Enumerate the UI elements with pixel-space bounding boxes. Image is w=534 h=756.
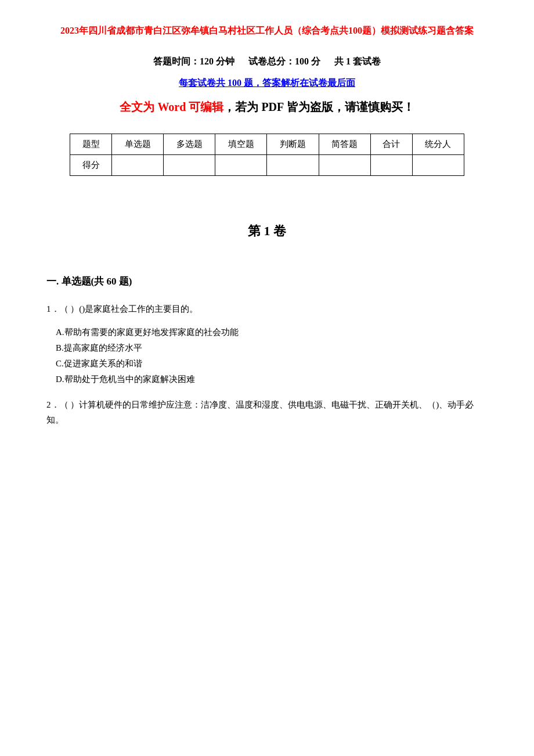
score-judge <box>267 154 319 175</box>
meta-info: 答题时间：120 分钟 试卷总分：100 分 共 1 套试卷 <box>46 56 488 68</box>
col-type: 题型 <box>70 134 112 154</box>
option-1c: C.促进家庭关系的和谐 <box>56 356 488 372</box>
score-table: 题型 单选题 多选题 填空题 判断题 简答题 合计 统分人 得分 <box>70 134 464 176</box>
col-short: 简答题 <box>319 134 370 154</box>
col-judge: 判断题 <box>267 134 319 154</box>
col-fill: 填空题 <box>215 134 267 154</box>
col-single: 单选题 <box>112 134 164 154</box>
question-1-text: 1．（ ）()是家庭社会工作的主要目的。 <box>46 304 198 314</box>
question-2: 2．（ ）计算机硬件的日常维护应注意：洁净度、温度和湿度、供电电源、电磁干扰、正… <box>46 398 488 427</box>
question-1-options: A.帮助有需要的家庭更好地发挥家庭的社会功能 B.提高家庭的经济水平 C.促进家… <box>56 325 488 387</box>
question-2-text: 2．（ ）计算机硬件的日常维护应注意：洁净度、温度和湿度、供电电源、电磁干扰、正… <box>46 400 474 424</box>
score-total <box>370 154 412 175</box>
score-short <box>319 154 370 175</box>
score-grader <box>412 154 464 175</box>
option-1d: D.帮助处于危机当中的家庭解决困难 <box>56 372 488 387</box>
title-section: 2023年四川省成都市青白江区弥牟镇白马村社区工作人员（综合考点共100题）模拟… <box>46 23 488 38</box>
notice-text1: 每套试卷共 100 题，答案解析在试卷最后面 <box>179 78 355 88</box>
time-label: 答题时间：120 分钟 <box>153 56 234 66</box>
sets-label: 共 1 套试卷 <box>334 56 381 66</box>
word-notice: 全文为 Word 可编辑，若为 PDF 皆为盗版，请谨慎购买！ <box>46 98 488 116</box>
notice-line1: 每套试卷共 100 题，答案解析在试卷最后面 <box>46 77 488 89</box>
word-notice-part1: 全文为 Word 可编辑 <box>120 100 223 113</box>
score-fill <box>215 154 267 175</box>
table-header-row: 题型 单选题 多选题 填空题 判断题 简答题 合计 统分人 <box>70 134 464 154</box>
section-title: 一. 单选题(共 60 题) <box>46 275 488 288</box>
score-label: 得分 <box>70 154 112 175</box>
table-score-row: 得分 <box>70 154 464 175</box>
score-multi <box>164 154 215 175</box>
col-total: 合计 <box>370 134 412 154</box>
question-1: 1．（ ）()是家庭社会工作的主要目的。 <box>46 302 488 317</box>
option-1a: A.帮助有需要的家庭更好地发挥家庭的社会功能 <box>56 325 488 340</box>
col-grader: 统分人 <box>412 134 464 154</box>
word-notice-part2: ，若为 PDF 皆为盗版，请谨慎购买！ <box>223 100 414 113</box>
volume-title: 第 1 卷 <box>46 222 488 240</box>
score-single <box>112 154 164 175</box>
col-multi: 多选题 <box>164 134 215 154</box>
main-title: 2023年四川省成都市青白江区弥牟镇白马村社区工作人员（综合考点共100题）模拟… <box>46 23 488 38</box>
total-score-label: 试卷总分：100 分 <box>248 56 320 66</box>
option-1b: B.提高家庭的经济水平 <box>56 340 488 356</box>
